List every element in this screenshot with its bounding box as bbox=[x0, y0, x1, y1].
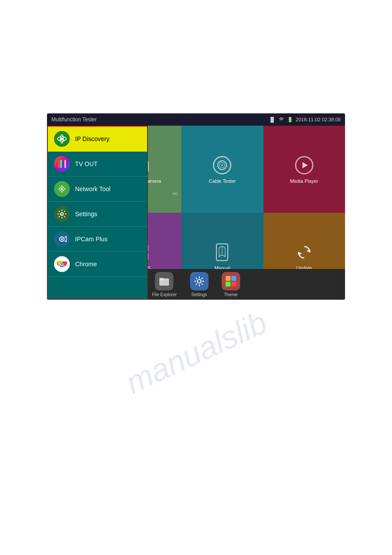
ipcam-plus-label: IPCam Plus bbox=[75, 236, 108, 243]
settings-label: Settings bbox=[75, 210, 97, 218]
svg-point-0 bbox=[61, 138, 63, 140]
settings-icon bbox=[54, 206, 70, 222]
svg-point-12 bbox=[61, 263, 63, 265]
dropdown-item-ipcam-plus[interactable]: IPCam Plus bbox=[48, 227, 147, 252]
tile-media-label: Media Player bbox=[290, 178, 318, 184]
dropdown-item-tv-out[interactable]: TV OUT bbox=[48, 152, 147, 177]
svg-rect-28 bbox=[159, 278, 164, 280]
dropdown-item-chrome[interactable]: Chrome bbox=[48, 252, 147, 277]
ip-discovery-icon bbox=[54, 131, 70, 147]
svg-rect-3 bbox=[60, 160, 62, 168]
media-player-icon bbox=[294, 155, 315, 176]
wifi-icon bbox=[278, 116, 284, 123]
dropdown-item-network-tool[interactable]: Network Tool bbox=[48, 177, 147, 202]
dropdown-menu: IP Discovery TV OUT bbox=[47, 126, 148, 300]
tile-media-player[interactable]: Media Player bbox=[263, 126, 345, 213]
svg-point-29 bbox=[198, 279, 201, 283]
status-bar-title: Multifunction Tester bbox=[51, 116, 97, 123]
svg-rect-2 bbox=[58, 160, 60, 168]
ipcam-plus-icon bbox=[54, 231, 70, 247]
taskbar-settings[interactable]: Settings bbox=[190, 272, 209, 297]
tv-out-icon bbox=[54, 156, 70, 172]
tv-out-label: TV OUT bbox=[75, 160, 97, 167]
svg-point-18 bbox=[221, 164, 223, 166]
file-explorer-label: File Explorer bbox=[152, 292, 176, 297]
update-icon bbox=[294, 242, 315, 263]
datetime: 2018-11-02 02:38:08 bbox=[296, 117, 341, 122]
svg-rect-4 bbox=[62, 160, 64, 168]
svg-marker-25 bbox=[306, 249, 310, 253]
taskbar-file-explorer[interactable]: File Explorer bbox=[152, 272, 176, 297]
status-bar: Multifunction Tester ▐▌ 🔋 2018-11-02 02:… bbox=[47, 113, 345, 126]
taskbar-settings-label: Settings bbox=[191, 292, 207, 297]
cable-tester-icon bbox=[212, 155, 233, 176]
svg-rect-31 bbox=[231, 276, 236, 281]
svg-marker-26 bbox=[298, 252, 302, 255]
svg-rect-33 bbox=[231, 282, 236, 287]
page-background: manualslib Multifunction Tester ▐▌ 🔋 201… bbox=[0, 0, 392, 555]
svg-point-7 bbox=[61, 213, 63, 215]
svg-marker-19 bbox=[302, 162, 308, 168]
tile-cable-tester[interactable]: Cable Tester bbox=[181, 126, 263, 213]
dropdown-item-ip-discovery[interactable]: IP Discovery bbox=[48, 127, 147, 152]
manual-icon bbox=[212, 242, 233, 263]
svg-point-6 bbox=[61, 188, 63, 190]
network-tool-icon bbox=[54, 181, 70, 197]
svg-rect-32 bbox=[226, 282, 230, 287]
taskbar-theme[interactable]: Theme bbox=[222, 272, 240, 297]
svg-point-9 bbox=[61, 238, 63, 240]
taskbar-theme-icon bbox=[222, 272, 240, 290]
device-screen: Multifunction Tester ▐▌ 🔋 2018-11-02 02:… bbox=[47, 113, 345, 300]
chrome-icon bbox=[54, 256, 70, 272]
hd-badge: HD bbox=[172, 192, 178, 196]
tile-cable-label: Cable Tester bbox=[209, 178, 236, 184]
device-content: IP Discovery TV OUT bbox=[47, 126, 345, 300]
status-bar-right: ▐▌ 🔋 2018-11-02 02:38:08 bbox=[269, 116, 341, 123]
dropdown-item-settings[interactable]: Settings bbox=[48, 202, 147, 227]
svg-rect-5 bbox=[65, 160, 66, 168]
taskbar-theme-label: Theme bbox=[224, 292, 237, 297]
chrome-label: Chrome bbox=[75, 261, 97, 268]
ip-discovery-label: IP Discovery bbox=[75, 135, 109, 142]
svg-rect-30 bbox=[226, 276, 230, 281]
file-explorer-icon bbox=[155, 272, 173, 290]
network-tool-label: Network Tool bbox=[75, 185, 111, 192]
battery-icon: 🔋 bbox=[287, 117, 293, 123]
watermark: manualslib bbox=[120, 304, 272, 401]
signal-icon: ▐▌ bbox=[269, 117, 276, 122]
taskbar-settings-icon bbox=[190, 272, 209, 290]
